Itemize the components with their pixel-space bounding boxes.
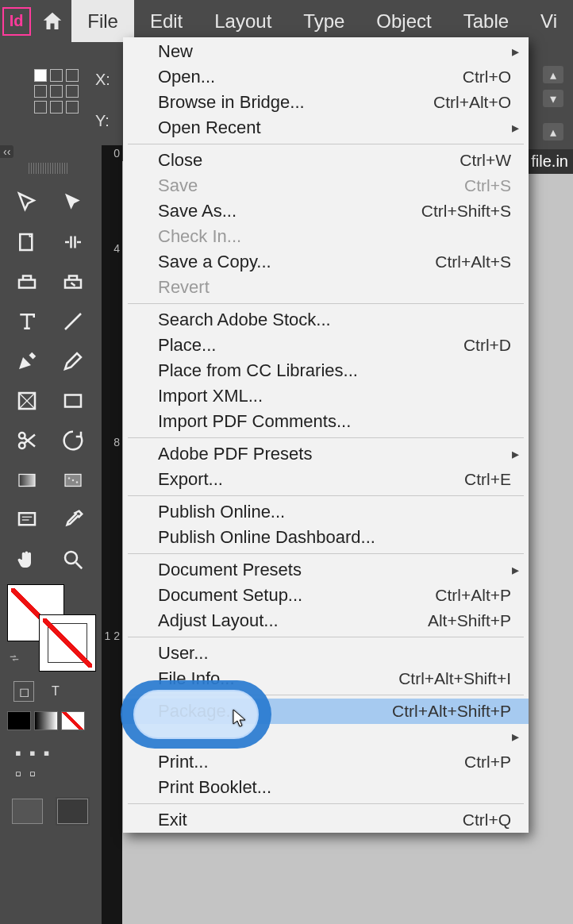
menu-item-label: New <box>158 41 193 62</box>
menu-item-search-adobe-stock[interactable]: Search Adobe Stock... <box>123 307 529 333</box>
menu-item-document-presets[interactable]: Document Presets▸ <box>123 557 529 583</box>
chevron-up-icon[interactable]: ▴ <box>543 123 563 141</box>
line-tool-icon[interactable] <box>50 302 96 341</box>
direct-selection-tool-icon[interactable] <box>50 183 96 222</box>
menu-item-adjust-layout[interactable]: Adjust Layout...Alt+Shift+P <box>123 608 529 633</box>
menu-item-adobe-pdf-presets[interactable]: Adobe PDF Presets▸ <box>123 441 529 467</box>
note-tool-icon[interactable] <box>4 500 50 540</box>
chevron-down-icon[interactable]: ▾ <box>543 90 563 107</box>
menu-item-save-as[interactable]: Save As...Ctrl+Shift+S <box>123 198 529 224</box>
menu-item-print-booklet[interactable]: Print Booklet... <box>123 775 529 800</box>
panel-collapse-handle[interactable]: ‹‹ <box>0 145 13 158</box>
gradient-swatch-tool-icon[interactable] <box>4 460 50 500</box>
type-tool-icon[interactable] <box>4 302 50 341</box>
y-label: Y: <box>95 112 110 130</box>
menu-item-label: Open Recent <box>158 117 261 138</box>
reference-point-grid[interactable] <box>34 69 79 114</box>
fill-stroke-swatches[interactable] <box>4 584 96 672</box>
menu-item-shortcut: Ctrl+Alt+O <box>433 93 511 112</box>
menu-item-document-setup[interactable]: Document Setup...Ctrl+Alt+P <box>123 583 529 608</box>
panel-grip-icon[interactable] <box>29 163 68 174</box>
menu-item-save-a-copy[interactable]: Save a Copy...Ctrl+Alt+S <box>123 249 529 275</box>
zoom-tool-icon[interactable] <box>50 540 96 579</box>
menu-item-user[interactable]: User... <box>123 641 529 666</box>
app-icon: Id <box>0 0 33 42</box>
menu-item-place[interactable]: Place...Ctrl+D <box>123 333 529 358</box>
rectangle-frame-tool-icon[interactable] <box>4 381 50 421</box>
menu-item-export[interactable]: Export...Ctrl+E <box>123 467 529 492</box>
apply-none-icon[interactable] <box>61 711 85 730</box>
menu-item-label: Exit <box>158 810 187 830</box>
formatting-container-icon[interactable]: ◻ <box>13 681 34 702</box>
menu-item-place-from-cc-libraries[interactable]: Place from CC Libraries... <box>123 358 529 383</box>
home-icon[interactable] <box>33 10 71 33</box>
pencil-tool-icon[interactable] <box>50 341 96 381</box>
screen-mode-normal-icon[interactable] <box>12 799 43 824</box>
cursor-icon <box>233 709 247 728</box>
menu-item-new[interactable]: New▸ <box>123 39 529 64</box>
apply-color-icon[interactable] <box>7 711 31 730</box>
svg-rect-13 <box>19 513 35 525</box>
screen-mode-preview-icon[interactable] <box>57 799 88 824</box>
gap-tool-icon[interactable] <box>50 222 96 262</box>
menu-item-open-recent[interactable]: Open Recent▸ <box>123 115 529 141</box>
swap-fill-stroke-icon[interactable] <box>9 653 20 664</box>
menu-item-shortcut: Ctrl+S <box>464 176 511 195</box>
formatting-text-icon[interactable]: T <box>45 681 66 702</box>
content-placer-tool-icon[interactable] <box>50 262 96 302</box>
menu-item-browse-in-bridge[interactable]: Browse in Bridge...Ctrl+Alt+O <box>123 90 529 115</box>
menu-item-label: Search Adobe Stock... <box>158 310 331 330</box>
menu-file[interactable]: File <box>71 0 134 42</box>
selection-tool-icon[interactable] <box>4 183 50 222</box>
menu-item-import-pdf-comments[interactable]: Import PDF Comments... <box>123 409 529 434</box>
x-stepper[interactable]: ▴ ▾ <box>540 63 567 110</box>
rectangle-tool-icon[interactable] <box>50 381 96 421</box>
menu-item-shortcut: Ctrl+Alt+Shift+P <box>392 702 511 721</box>
pen-tool-icon[interactable] <box>4 341 50 381</box>
menu-item-label: Import PDF Comments... <box>158 411 351 432</box>
hand-tool-icon[interactable] <box>4 540 50 579</box>
menu-item-label: Place... <box>158 335 216 356</box>
highlight-annotation <box>121 680 271 749</box>
menu-item-label: Save As... <box>158 201 237 221</box>
vertical-ruler[interactable]: 0 4 8 1 2 <box>102 145 122 924</box>
menu-item-import-xml[interactable]: Import XML... <box>123 383 529 409</box>
menu-item-exit[interactable]: ExitCtrl+Q <box>123 807 529 833</box>
chevron-up-icon[interactable]: ▴ <box>543 66 563 83</box>
content-collector-tool-icon[interactable] <box>4 262 50 302</box>
menu-type[interactable]: Type <box>287 0 360 42</box>
menu-separator <box>128 437 524 438</box>
page-tool-icon[interactable] <box>4 222 50 262</box>
gradient-feather-tool-icon[interactable] <box>50 460 96 500</box>
menu-layout[interactable]: Layout <box>198 0 287 42</box>
menu-item-close[interactable]: CloseCtrl+W <box>123 148 529 173</box>
free-transform-tool-icon[interactable] <box>50 421 96 460</box>
scissors-tool-icon[interactable] <box>4 421 50 460</box>
menu-edit[interactable]: Edit <box>134 0 198 42</box>
menu-item-publish-online-dashboard[interactable]: Publish Online Dashboard... <box>123 525 529 550</box>
submenu-arrow-icon: ▸ <box>512 561 519 579</box>
menu-item-label: Save a Copy... <box>158 252 271 272</box>
menu-item-print[interactable]: Print...Ctrl+P <box>123 749 529 775</box>
menu-item-open[interactable]: Open...Ctrl+O <box>123 64 529 90</box>
tool-options-icon[interactable]: ▪ ▪ ▪▫ ▫ <box>4 735 96 792</box>
menu-item-shortcut: Ctrl+W <box>460 151 511 170</box>
menu-item-label: Revert <box>158 277 210 298</box>
menu-item-label: Publish Online... <box>158 502 285 522</box>
svg-rect-8 <box>19 475 35 487</box>
menu-item-publish-online[interactable]: Publish Online... <box>123 499 529 525</box>
apply-gradient-icon[interactable] <box>34 711 58 730</box>
svg-point-12 <box>76 481 79 483</box>
eyedropper-tool-icon[interactable] <box>50 500 96 540</box>
tools-panel: ◻ T ▪ ▪ ▪▫ ▫ <box>4 183 96 835</box>
stroke-swatch[interactable] <box>39 614 96 672</box>
ruler-tick: 0 <box>102 145 120 241</box>
document-tab[interactable]: file.in <box>526 149 573 174</box>
menu-item-label: Import XML... <box>158 386 263 406</box>
menu-object[interactable]: Object <box>360 0 447 42</box>
menu-item-shortcut: Ctrl+Alt+P <box>435 586 511 605</box>
menu-view-truncated[interactable]: Vi <box>525 0 573 42</box>
menu-table[interactable]: Table <box>448 0 525 42</box>
svg-line-1 <box>65 314 81 329</box>
menu-item-shortcut: Ctrl+O <box>463 67 511 87</box>
